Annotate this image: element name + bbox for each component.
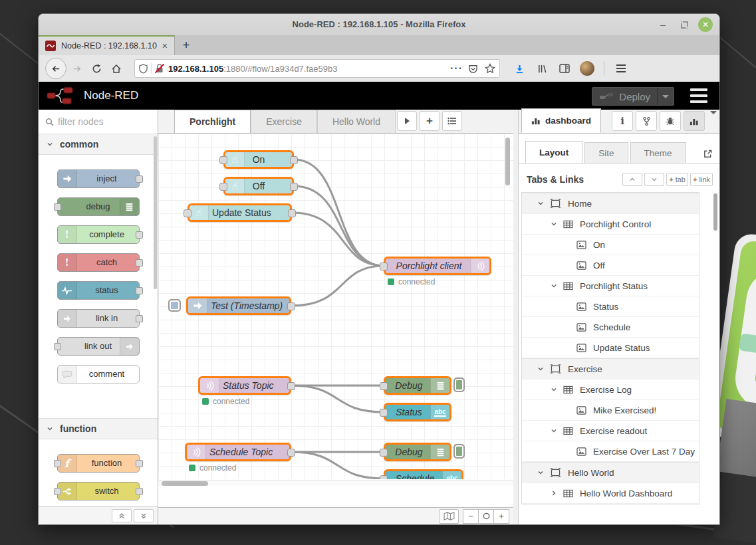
wire[interactable] [291, 452, 384, 479]
chevron-down-icon[interactable] [537, 469, 545, 476]
reload-button[interactable] [86, 58, 106, 78]
output-port[interactable] [136, 231, 143, 239]
tree-item-porchlight-status[interactable]: Porchlight Status [522, 276, 699, 296]
output-port[interactable] [136, 287, 143, 294]
flow-node-schedule[interactable]: abcSchedule [384, 469, 463, 479]
output-port[interactable] [136, 259, 143, 267]
tree-expand-all-button[interactable] [644, 173, 664, 186]
new-tab-button[interactable]: + [175, 35, 197, 55]
flow-node-schedule-topic[interactable]: Schedule Topic [185, 443, 291, 461]
input-port[interactable] [380, 449, 388, 457]
input-port[interactable] [184, 209, 191, 217]
tree-item-exercise-over-last-7-day[interactable]: Exercise Over Last 7 Day [522, 441, 699, 462]
palette-node-debug[interactable]: debug [57, 197, 140, 216]
tree-item-on[interactable]: On [522, 235, 699, 255]
minimize-button[interactable]: – [656, 17, 670, 32]
chevron-down-icon[interactable] [537, 366, 545, 372]
window-titlebar[interactable]: Node-RED : 192.168.1.105 - Mozilla Firef… [39, 14, 719, 36]
chevron-down-icon[interactable] [550, 221, 558, 227]
sidebar-tab-dashboard[interactable]: dashboard [521, 108, 601, 133]
input-port[interactable] [54, 343, 61, 350]
sidebar-tabs-dropdown[interactable] [710, 114, 717, 126]
tree-item-death-star[interactable]: Death Star [522, 504, 699, 504]
deploy-button[interactable]: Deploy [592, 87, 674, 106]
debug-toggle-button[interactable] [453, 444, 465, 459]
navigator-map-button[interactable] [439, 509, 459, 524]
output-port[interactable] [288, 209, 296, 217]
debug-toggle-button[interactable] [453, 378, 465, 392]
flow-node-porchlight-client[interactable]: Porchlight client [384, 257, 491, 275]
canvas-vscrollbar[interactable] [505, 138, 510, 185]
sidebar-toggle-icon[interactable] [555, 58, 574, 78]
tree-item-porchlight-control[interactable]: Porchlight Control [522, 214, 699, 235]
flow-node-debug[interactable]: Debug [384, 443, 451, 461]
library-icon[interactable] [532, 58, 552, 78]
canvas-hscrollbar[interactable] [162, 481, 208, 486]
tree-item-exercise-readout[interactable]: Exercise readout [522, 421, 699, 441]
chevron-right-icon[interactable] [550, 490, 558, 496]
tree-item-status[interactable]: Status [522, 296, 699, 317]
tree-item-off[interactable]: Off [522, 255, 699, 276]
palette-category-common[interactable]: common [39, 134, 158, 155]
output-port[interactable] [136, 315, 143, 322]
palette-node-function[interactable]: ffunction [57, 454, 140, 473]
tree-item-home[interactable]: Home [522, 193, 699, 214]
palette-node-switch[interactable]: switch [57, 482, 140, 500]
palette-node-link out[interactable]: link out [57, 337, 140, 356]
flow-list-button[interactable] [442, 111, 462, 131]
flow-tab-hello-world[interactable]: Hello World [317, 110, 396, 133]
close-button[interactable]: ✕ [698, 17, 713, 32]
flow-node-test-timestamp-[interactable]: Test (Timestamp) [186, 296, 291, 315]
bookmark-star-icon[interactable] [485, 63, 495, 74]
flow-node-debug[interactable]: Debug [384, 376, 451, 395]
chevron-down-icon[interactable] [550, 427, 558, 434]
sidebar-splitter[interactable] [513, 110, 519, 524]
flow-node-off[interactable]: ☝Off [223, 177, 294, 195]
tree-item-hello-world-dashboard[interactable]: Hello World Dashboard [522, 483, 699, 504]
add-tab-button[interactable]: + tab [666, 173, 688, 186]
palette-node-status[interactable]: status [57, 281, 140, 300]
tree-collapse-all-button[interactable] [622, 173, 642, 186]
flow-node-status[interactable]: abcStatus [384, 403, 451, 421]
palette-scrollbar[interactable] [154, 136, 157, 289]
palette-node-complete[interactable]: !complete [57, 225, 140, 244]
input-port[interactable] [219, 183, 227, 191]
expand-all-button[interactable] [134, 509, 154, 522]
output-port[interactable] [287, 382, 295, 390]
ellipsis-icon[interactable]: ··· [450, 62, 463, 74]
output-port[interactable] [290, 183, 298, 191]
flow-canvas[interactable]: ☝On☝Off☝Update StatusPorchlight clientco… [158, 134, 513, 479]
zoom-in-button[interactable]: + [494, 509, 509, 524]
wire[interactable] [294, 160, 384, 266]
palette-node-inject[interactable]: inject [57, 169, 140, 188]
add-link-button[interactable]: + link [690, 173, 713, 186]
tab-close-icon[interactable]: × [162, 41, 168, 51]
add-flow-button[interactable]: + [420, 111, 440, 131]
palette-node-comment[interactable]: comment [57, 365, 140, 383]
zoom-out-button[interactable]: − [463, 509, 479, 524]
panel-tab-site[interactable]: Site [584, 142, 628, 163]
nodered-menu-icon[interactable] [690, 88, 707, 103]
input-port[interactable] [54, 460, 61, 467]
input-port[interactable] [54, 203, 61, 211]
palette-search[interactable]: filter nodes [39, 110, 158, 134]
home-button[interactable] [106, 58, 126, 78]
restore-button[interactable] [677, 17, 692, 32]
output-port[interactable] [290, 156, 298, 164]
flow-node-status-topic[interactable]: Status Topic [198, 376, 291, 395]
flow-node-update-status[interactable]: ☝Update Status [188, 203, 292, 222]
deploy-dropdown[interactable] [657, 88, 674, 105]
output-port[interactable] [136, 460, 143, 467]
chevron-down-icon[interactable] [550, 386, 558, 393]
palette-category-function[interactable]: function [39, 418, 158, 439]
input-port[interactable] [380, 382, 388, 390]
tree-item-hello-world[interactable]: Hello World [522, 462, 699, 483]
browser-tab[interactable]: Node-RED : 192.168.1.105 × [39, 35, 175, 55]
url-text[interactable]: 192.168.1.105:1880/#flow/1a934d7.fae59b3 [168, 64, 445, 74]
input-port[interactable] [380, 263, 388, 271]
palette-node-catch[interactable]: !catch [57, 253, 140, 272]
debug-bug-button[interactable] [660, 111, 681, 131]
wire[interactable] [291, 385, 384, 412]
account-avatar[interactable] [577, 58, 597, 78]
input-port[interactable] [380, 409, 388, 417]
